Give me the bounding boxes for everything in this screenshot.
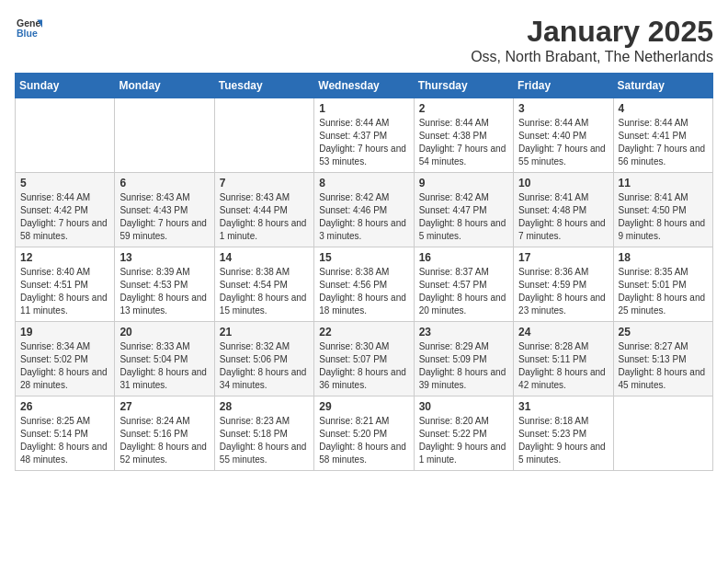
day-number: 16: [419, 251, 508, 264]
calendar-day-cell: 18Sunrise: 8:35 AM Sunset: 5:01 PM Dayli…: [613, 247, 712, 322]
weekday-header-cell: Wednesday: [314, 74, 414, 98]
day-number: 20: [119, 326, 209, 339]
day-info: Sunrise: 8:41 AM Sunset: 4:48 PM Dayligh…: [518, 191, 608, 243]
day-info: Sunrise: 8:32 AM Sunset: 5:06 PM Dayligh…: [220, 340, 309, 392]
calendar-day-cell: 11Sunrise: 8:41 AM Sunset: 4:50 PM Dayli…: [613, 173, 712, 247]
calendar-day-cell: 30Sunrise: 8:20 AM Sunset: 5:22 PM Dayli…: [414, 396, 513, 471]
calendar-day-cell: [214, 98, 313, 173]
calendar-day-cell: 1Sunrise: 8:44 AM Sunset: 4:37 PM Daylig…: [314, 98, 414, 173]
day-number: 22: [319, 326, 408, 339]
calendar-week-row: 19Sunrise: 8:34 AM Sunset: 5:02 PM Dayli…: [16, 322, 713, 396]
weekday-header-cell: Monday: [115, 74, 214, 98]
calendar-day-cell: 5Sunrise: 8:44 AM Sunset: 4:42 PM Daylig…: [16, 173, 115, 247]
day-number: 30: [419, 400, 508, 413]
day-number: 24: [518, 326, 608, 339]
calendar-day-cell: 13Sunrise: 8:39 AM Sunset: 4:53 PM Dayli…: [115, 247, 214, 322]
calendar-day-cell: 16Sunrise: 8:37 AM Sunset: 4:57 PM Dayli…: [414, 247, 513, 322]
calendar-day-cell: 7Sunrise: 8:43 AM Sunset: 4:44 PM Daylig…: [214, 173, 313, 247]
day-number: 31: [518, 400, 608, 413]
day-info: Sunrise: 8:25 AM Sunset: 5:14 PM Dayligh…: [20, 415, 109, 466]
day-info: Sunrise: 8:44 AM Sunset: 4:38 PM Dayligh…: [419, 117, 508, 168]
day-info: Sunrise: 8:18 AM Sunset: 5:23 PM Dayligh…: [518, 415, 608, 466]
day-info: Sunrise: 8:44 AM Sunset: 4:42 PM Dayligh…: [20, 191, 109, 243]
calendar-week-row: 12Sunrise: 8:40 AM Sunset: 4:51 PM Dayli…: [16, 247, 713, 322]
day-info: Sunrise: 8:36 AM Sunset: 4:59 PM Dayligh…: [518, 266, 608, 317]
day-info: Sunrise: 8:40 AM Sunset: 4:51 PM Dayligh…: [20, 266, 109, 317]
weekday-header-cell: Thursday: [414, 74, 513, 98]
day-info: Sunrise: 8:44 AM Sunset: 4:37 PM Dayligh…: [319, 117, 408, 168]
day-number: 14: [220, 251, 309, 264]
day-info: Sunrise: 8:20 AM Sunset: 5:22 PM Dayligh…: [419, 415, 508, 466]
calendar-day-cell: 17Sunrise: 8:36 AM Sunset: 4:59 PM Dayli…: [514, 247, 613, 322]
day-number: 12: [20, 251, 109, 264]
calendar-day-cell: 19Sunrise: 8:34 AM Sunset: 5:02 PM Dayli…: [16, 322, 115, 396]
calendar-day-cell: 14Sunrise: 8:38 AM Sunset: 4:54 PM Dayli…: [214, 247, 313, 322]
calendar-day-cell: 21Sunrise: 8:32 AM Sunset: 5:06 PM Dayli…: [214, 322, 313, 396]
svg-text:General: General: [17, 17, 42, 29]
calendar-day-cell: 3Sunrise: 8:44 AM Sunset: 4:40 PM Daylig…: [514, 98, 613, 173]
header: General Blue January 2025 Oss, North Bra…: [15, 15, 713, 65]
day-number: 23: [419, 326, 508, 339]
calendar-day-cell: 27Sunrise: 8:24 AM Sunset: 5:16 PM Dayli…: [115, 396, 214, 471]
day-number: 8: [319, 177, 408, 190]
calendar-day-cell: 20Sunrise: 8:33 AM Sunset: 5:04 PM Dayli…: [115, 322, 214, 396]
day-number: 18: [619, 251, 708, 264]
day-info: Sunrise: 8:28 AM Sunset: 5:11 PM Dayligh…: [518, 340, 608, 392]
day-info: Sunrise: 8:24 AM Sunset: 5:16 PM Dayligh…: [119, 415, 209, 466]
day-info: Sunrise: 8:39 AM Sunset: 4:53 PM Dayligh…: [119, 266, 209, 317]
day-info: Sunrise: 8:44 AM Sunset: 4:41 PM Dayligh…: [619, 117, 708, 168]
weekday-header-cell: Saturday: [613, 74, 712, 98]
day-info: Sunrise: 8:38 AM Sunset: 4:54 PM Dayligh…: [220, 266, 309, 317]
month-title: January 2025: [471, 15, 713, 49]
day-info: Sunrise: 8:41 AM Sunset: 4:50 PM Dayligh…: [619, 191, 708, 243]
calendar-day-cell: 2Sunrise: 8:44 AM Sunset: 4:38 PM Daylig…: [414, 98, 513, 173]
day-info: Sunrise: 8:27 AM Sunset: 5:13 PM Dayligh…: [619, 340, 708, 392]
day-info: Sunrise: 8:38 AM Sunset: 4:56 PM Dayligh…: [319, 266, 408, 317]
day-number: 4: [619, 102, 708, 115]
day-number: 7: [220, 177, 309, 190]
day-info: Sunrise: 8:29 AM Sunset: 5:09 PM Dayligh…: [419, 340, 508, 392]
day-number: 10: [518, 177, 608, 190]
day-info: Sunrise: 8:21 AM Sunset: 5:20 PM Dayligh…: [319, 415, 408, 466]
weekday-header-cell: Tuesday: [214, 74, 313, 98]
day-info: Sunrise: 8:34 AM Sunset: 5:02 PM Dayligh…: [20, 340, 109, 392]
day-number: 5: [20, 177, 109, 190]
calendar-day-cell: 15Sunrise: 8:38 AM Sunset: 4:56 PM Dayli…: [314, 247, 414, 322]
day-info: Sunrise: 8:33 AM Sunset: 5:04 PM Dayligh…: [119, 340, 209, 392]
day-number: 29: [319, 400, 408, 413]
calendar-day-cell: 25Sunrise: 8:27 AM Sunset: 5:13 PM Dayli…: [613, 322, 712, 396]
calendar-day-cell: 23Sunrise: 8:29 AM Sunset: 5:09 PM Dayli…: [414, 322, 513, 396]
calendar-day-cell: [613, 396, 712, 471]
calendar-day-cell: 28Sunrise: 8:23 AM Sunset: 5:18 PM Dayli…: [214, 396, 313, 471]
day-info: Sunrise: 8:43 AM Sunset: 4:44 PM Dayligh…: [220, 191, 309, 243]
calendar-day-cell: 26Sunrise: 8:25 AM Sunset: 5:14 PM Dayli…: [16, 396, 115, 471]
calendar-day-cell: 24Sunrise: 8:28 AM Sunset: 5:11 PM Dayli…: [514, 322, 613, 396]
svg-text:Blue: Blue: [17, 28, 38, 39]
day-number: 28: [220, 400, 309, 413]
calendar-day-cell: 8Sunrise: 8:42 AM Sunset: 4:46 PM Daylig…: [314, 173, 414, 247]
day-number: 26: [20, 400, 109, 413]
day-info: Sunrise: 8:35 AM Sunset: 5:01 PM Dayligh…: [619, 266, 708, 317]
day-number: 15: [319, 251, 408, 264]
calendar-week-row: 5Sunrise: 8:44 AM Sunset: 4:42 PM Daylig…: [16, 173, 713, 247]
logo: General Blue: [15, 15, 42, 44]
calendar-day-cell: [115, 98, 214, 173]
weekday-header-cell: Friday: [514, 74, 613, 98]
day-number: 1: [319, 102, 408, 115]
day-info: Sunrise: 8:43 AM Sunset: 4:43 PM Dayligh…: [119, 191, 209, 243]
day-number: 21: [220, 326, 309, 339]
day-number: 2: [419, 102, 508, 115]
calendar-week-row: 1Sunrise: 8:44 AM Sunset: 4:37 PM Daylig…: [16, 98, 713, 173]
day-number: 13: [119, 251, 209, 264]
calendar-day-cell: 6Sunrise: 8:43 AM Sunset: 4:43 PM Daylig…: [115, 173, 214, 247]
calendar-day-cell: 4Sunrise: 8:44 AM Sunset: 4:41 PM Daylig…: [613, 98, 712, 173]
calendar-day-cell: [16, 98, 115, 173]
calendar-day-cell: 31Sunrise: 8:18 AM Sunset: 5:23 PM Dayli…: [514, 396, 613, 471]
calendar-day-cell: 12Sunrise: 8:40 AM Sunset: 4:51 PM Dayli…: [16, 247, 115, 322]
day-info: Sunrise: 8:23 AM Sunset: 5:18 PM Dayligh…: [220, 415, 309, 466]
calendar-day-cell: 9Sunrise: 8:42 AM Sunset: 4:47 PM Daylig…: [414, 173, 513, 247]
day-number: 25: [619, 326, 708, 339]
calendar-day-cell: 29Sunrise: 8:21 AM Sunset: 5:20 PM Dayli…: [314, 396, 414, 471]
day-number: 11: [619, 177, 708, 190]
calendar-table: SundayMondayTuesdayWednesdayThursdayFrid…: [15, 73, 713, 471]
